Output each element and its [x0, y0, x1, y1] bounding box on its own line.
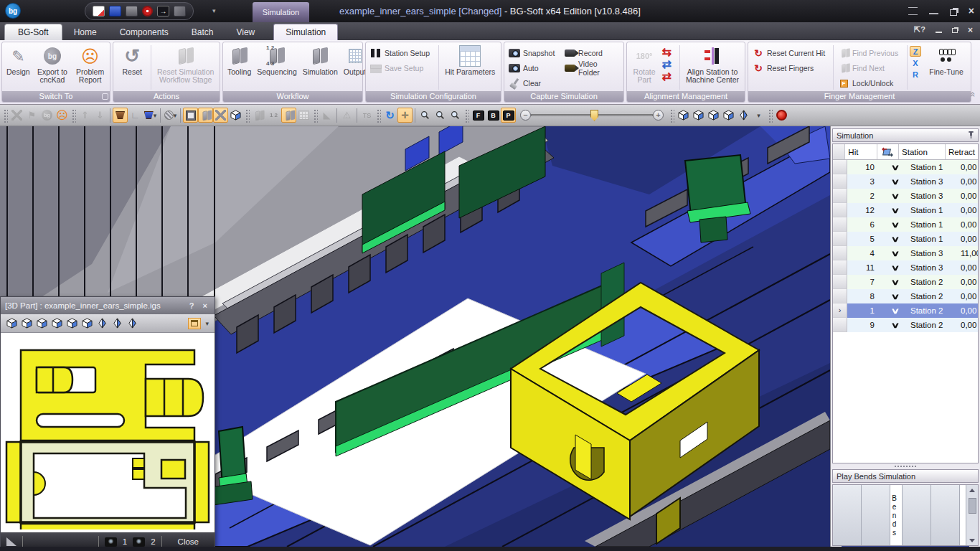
station-value[interactable]: Station 2 [908, 306, 961, 315]
col-retract[interactable]: Retract [946, 144, 978, 159]
bend-column[interactable] [862, 485, 890, 545]
toolbar-grip[interactable] [669, 108, 674, 123]
view-diamond-icon[interactable] [97, 318, 108, 329]
gear-icon[interactable] [142, 6, 153, 17]
zoom-window-icon[interactable] [433, 108, 448, 123]
record-simulation-icon[interactable] [774, 108, 789, 123]
axis-z-button[interactable]: Z [910, 46, 921, 57]
toolbar-grip[interactable] [3, 108, 8, 123]
wrench-icon[interactable] [174, 6, 186, 17]
row-selector[interactable] [833, 318, 847, 332]
die-view-icon[interactable] [113, 108, 128, 123]
refresh-icon[interactable]: ↻ [382, 108, 397, 123]
camera-2-icon[interactable] [133, 537, 145, 547]
retract-value[interactable]: 0,00 [961, 177, 979, 186]
view-iso-icon[interactable] [676, 108, 691, 123]
retract-value[interactable]: 0,00 [961, 321, 979, 329]
axis-x-button[interactable]: X [910, 57, 921, 68]
station-value[interactable]: Station 3 [908, 177, 961, 186]
clamp-tool-icon[interactable] [126, 6, 138, 17]
view-diamond-icon[interactable] [127, 318, 138, 329]
chevron-down-icon[interactable]: ∨ [876, 249, 915, 258]
retract-value[interactable]: 0,00 [961, 206, 979, 215]
simulation-button[interactable]: Simulation [301, 44, 340, 91]
view-top-icon[interactable] [721, 108, 736, 123]
slider-plus-icon[interactable]: + [653, 110, 664, 121]
rotate-part-button[interactable]: 180° Rotate Part [629, 44, 659, 91]
pattern-dropdown-icon[interactable]: ▾ [163, 108, 178, 123]
row-selector[interactable] [833, 203, 847, 217]
view-cube-icon[interactable] [82, 318, 93, 329]
panel-help-icon[interactable]: ? [187, 301, 197, 310]
panel-close-icon[interactable]: × [200, 301, 210, 310]
measure-icon[interactable] [6, 537, 17, 546]
film-back-icon[interactable]: B [486, 108, 501, 123]
align-right-icon[interactable]: ⇄ [661, 70, 672, 82]
fine-tune-button[interactable]: Fine-Tune [925, 44, 967, 91]
chevron-down-icon[interactable]: ∨ [876, 163, 915, 172]
view-diamond-icon[interactable] [736, 108, 751, 123]
slider-minus-icon[interactable]: − [520, 110, 531, 121]
film-first-icon[interactable]: F [471, 108, 486, 123]
row-selector[interactable] [833, 160, 847, 174]
dialog-launcher-icon[interactable] [102, 93, 108, 100]
scroll-up-icon[interactable] [966, 485, 978, 495]
table-row[interactable]: 6 ∨ Station 1 0,00 [833, 217, 978, 232]
slider-thumb[interactable] [590, 110, 598, 121]
open-file-icon[interactable] [93, 6, 105, 17]
station-value[interactable]: Station 2 [908, 321, 961, 329]
reset-fingers-button[interactable]: ↻ Reset Fingers [750, 61, 831, 75]
part-view-icon[interactable] [198, 108, 213, 123]
zoom-in-icon[interactable] [418, 108, 433, 123]
find-next-button[interactable]: Find Next [836, 61, 905, 75]
toolbar-grip[interactable] [464, 108, 469, 123]
tooling-stage-icon[interactable] [251, 108, 266, 123]
retract-value[interactable]: 0,00 [961, 235, 979, 243]
video-folder-button[interactable]: Video Folder [562, 61, 621, 75]
flag-icon[interactable]: ⚑ [24, 108, 39, 123]
retract-value[interactable]: 0,00 [961, 292, 979, 301]
camera-1-icon[interactable] [105, 537, 117, 547]
qat-overflow-icon[interactable]: ▾ [212, 7, 216, 14]
tool-dropdown-icon[interactable]: ▾ [143, 108, 158, 123]
toolbar-grip[interactable] [245, 108, 250, 123]
clear-button[interactable]: Clear [507, 76, 560, 90]
view-diamond-icon[interactable] [112, 318, 123, 329]
retract-value[interactable]: 0,00 [961, 263, 979, 272]
auto-snapshot-button[interactable]: Auto [507, 61, 560, 75]
lock-unlock-button[interactable]: F Lock/Unlock [836, 76, 905, 90]
chevron-down-icon[interactable]: ∨ [876, 177, 915, 187]
table-row[interactable]: 2 ∨ Station 3 0,00 [833, 189, 978, 203]
tooling-view-icon[interactable] [213, 108, 228, 123]
sequencing-stage-icon[interactable]: 1 2 [266, 108, 281, 123]
table-row[interactable]: 12 ∨ Station 1 0,00 [833, 203, 978, 217]
fullscreen-icon[interactable] [908, 7, 918, 15]
ribbon-restore-icon[interactable] [952, 28, 958, 33]
chevron-down-icon[interactable]: ∨ [876, 263, 915, 273]
row-selector[interactable] [833, 174, 847, 189]
toolbar-grip[interactable] [313, 108, 318, 123]
move-down-icon[interactable]: ⇓ [93, 108, 108, 123]
snapshot-button[interactable]: Snapshot [507, 46, 560, 60]
restore-icon[interactable] [950, 9, 957, 16]
flat-pattern-canvas[interactable] [1, 333, 215, 532]
bend-icon[interactable]: ∟ [128, 108, 143, 123]
tab-batch[interactable]: Batch [180, 24, 225, 40]
axis-r-button[interactable]: R [910, 69, 921, 80]
station-value[interactable]: Station 3 [908, 192, 961, 200]
tab-components[interactable]: Components [108, 24, 180, 40]
toolbar-grip[interactable] [376, 108, 381, 123]
view-front-icon[interactable] [691, 108, 706, 123]
row-selector[interactable] [833, 232, 847, 246]
find-previous-button[interactable]: Find Previous [836, 46, 905, 60]
toolbar-grip[interactable] [768, 108, 773, 123]
speed-slider[interactable]: − + [520, 110, 664, 121]
measure-icon[interactable]: ◣ [319, 108, 334, 123]
ribbon-close-icon[interactable]: × [968, 27, 973, 34]
retract-value[interactable]: 0,00 [961, 192, 979, 200]
collapse-ribbon-icon[interactable]: « [968, 92, 979, 97]
save-setup-button[interactable]: Save Setup [368, 61, 436, 75]
table-row[interactable]: 4 ∨ Station 3 11,00 [833, 246, 978, 260]
zoom-previous-icon[interactable] [448, 108, 463, 123]
context-help-icon[interactable]: ⇱? [914, 25, 925, 34]
